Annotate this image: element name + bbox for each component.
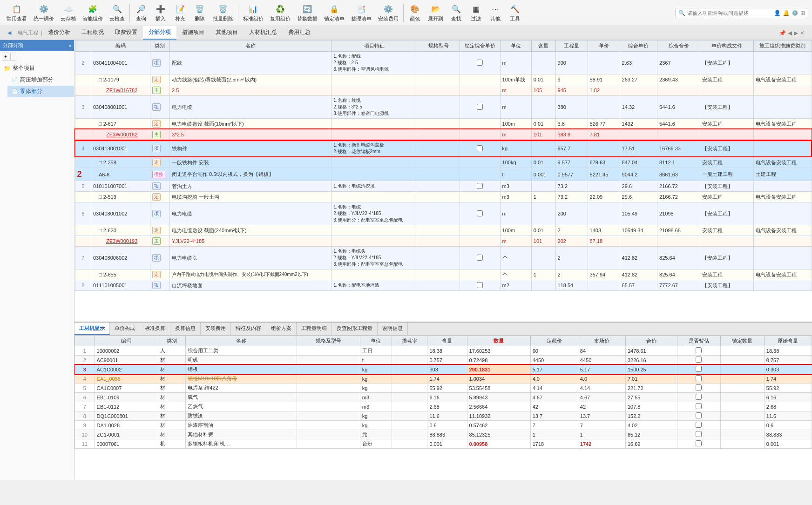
row-spec xyxy=(417,157,460,168)
tab-zuhe[interactable]: 组价方案 xyxy=(266,323,297,335)
tab-biaozhun[interactable]: 标准换算 xyxy=(140,323,170,335)
locked-checkbox[interactable] xyxy=(477,104,483,110)
sidebar-add-btn[interactable]: + xyxy=(2,53,9,61)
anzhuang-label: 安装费用 xyxy=(378,15,399,22)
brow-estimate[interactable] xyxy=(677,384,721,393)
toolbar-btn-anzhuang[interactable]: ⚙️ 安装费用 xyxy=(375,2,401,24)
brow-estimate[interactable] xyxy=(677,421,721,430)
brow-estimate[interactable] xyxy=(677,393,721,402)
nav-renai[interactable]: 人材机汇总 xyxy=(244,26,283,40)
toolbar-btn-yunjiance[interactable]: 🔍 云检查 xyxy=(107,2,128,24)
search-input[interactable] xyxy=(687,10,771,16)
tab-tezheng[interactable]: 特征及内容 xyxy=(231,323,266,335)
toolbar-btn-fuhe[interactable]: ♻️ 复用组价 xyxy=(267,2,293,24)
sidebar-gaoya-label: 高压增加部分 xyxy=(20,76,54,84)
row-name: 户内干路式电力电缆中间头制作、安装(1kV以下截面240mm2以下) xyxy=(170,269,332,280)
locked-checkbox[interactable] xyxy=(477,60,483,66)
brow-estimate[interactable] xyxy=(677,439,721,449)
toolbar-btn-changeyong[interactable]: 📋 常用查看 xyxy=(4,2,30,24)
toolbar-btn-chaxun2[interactable]: 🔍 查找 xyxy=(447,2,466,24)
nav-arrow-left[interactable]: ◀ xyxy=(788,30,792,36)
row-workqty: 945 xyxy=(555,85,588,96)
toolbar-btn-zhengli[interactable]: 📑 整理清单 xyxy=(348,2,374,24)
nav-close[interactable]: ✕ xyxy=(800,30,805,36)
row-code-link[interactable]: ZE3W000193 xyxy=(106,238,137,244)
toolbar-btn-piliang[interactable]: 🗑️ 批量删除 xyxy=(210,2,236,24)
toolbar-btn-charu[interactable]: ➕ 插入 xyxy=(151,2,170,24)
locked-checkbox[interactable] xyxy=(477,210,483,216)
toolbar-btn-tongyi[interactable]: ⚙️ 统一调价 xyxy=(31,2,57,24)
locked-checkbox[interactable] xyxy=(477,255,483,261)
toolbar-btn-jingying[interactable]: 🧩 智能组价 xyxy=(80,2,106,24)
brow-estimate[interactable] xyxy=(677,374,721,384)
row-locked[interactable] xyxy=(460,202,500,225)
toolbar-btn-biaozhun[interactable]: 📊 标准组价 xyxy=(240,2,266,24)
toolbar-btn-buchong[interactable]: 📝 补充 xyxy=(171,2,189,24)
row-locked[interactable] xyxy=(460,140,500,157)
brow-name: 氧气 xyxy=(186,393,297,402)
brow-qty: 0.001 xyxy=(427,439,467,449)
row-locked[interactable] xyxy=(460,181,500,192)
nav-fenbufenxiang[interactable]: 分部分项 xyxy=(143,26,176,40)
row-price xyxy=(588,96,620,119)
brow-name: 多锯板料机床 机… xyxy=(186,439,297,449)
row-subtype xyxy=(754,96,812,119)
nav-zaojia[interactable]: 造价分析 xyxy=(42,26,76,40)
toolbar-btn-guolv[interactable]: ▦ 过滤 xyxy=(467,2,485,24)
brow-market: 1 xyxy=(578,430,625,439)
tab-anzhuang[interactable]: 安装费用 xyxy=(201,323,231,335)
sidebar-all-label: 整个项目 xyxy=(13,64,35,72)
nav-arrow-right[interactable]: ▶ xyxy=(794,30,798,36)
tab-danjiagou[interactable]: 单价构成 xyxy=(110,323,140,335)
row-workqty: 900 xyxy=(555,52,588,74)
row-spec xyxy=(417,85,460,96)
tab-shuoming[interactable]: 说明信息 xyxy=(378,323,408,335)
brow-estimate[interactable] xyxy=(677,430,721,439)
toolbar-btn-yanse[interactable]: 🎨 颜色 xyxy=(406,2,424,24)
row-code: □ 2-620 xyxy=(91,225,150,236)
row-locked[interactable] xyxy=(460,52,500,74)
nav-feiyong[interactable]: 费用汇总 xyxy=(283,26,316,40)
brow-code: 00007061 xyxy=(95,439,158,449)
row-price: 87.18 xyxy=(588,236,620,247)
tab-huansuanxin[interactable]: 换算信息 xyxy=(170,323,201,335)
row-locked[interactable] xyxy=(460,247,500,269)
toolbar-btn-qita[interactable]: ⋯ 其他 xyxy=(486,2,505,24)
brow-spec xyxy=(297,356,360,365)
sidebar-item-all[interactable]: 📁 整个项目 xyxy=(0,62,74,74)
nav-qita[interactable]: 其他项目 xyxy=(210,26,244,40)
row-locked[interactable] xyxy=(460,280,500,291)
nav-qufei[interactable]: 取费设置 xyxy=(109,26,143,40)
brow-estimate[interactable] xyxy=(677,356,721,365)
locked-checkbox[interactable] xyxy=(477,145,483,151)
tab-fanchaxi[interactable]: 反查图形工程量 xyxy=(332,323,378,335)
back-icon[interactable]: ◀ xyxy=(4,27,15,38)
tab-gongchanji[interactable]: 工材机显示 xyxy=(74,323,110,335)
locked-checkbox[interactable] xyxy=(477,282,483,288)
toolbar-btn-yunbeizhi[interactable]: ☁️ 云存档 xyxy=(58,2,79,24)
sep3 xyxy=(403,4,404,22)
nav-gaikuang[interactable]: 工程概况 xyxy=(76,26,109,40)
brow-estimate[interactable] xyxy=(677,402,721,411)
toolbar-btn-tihuan[interactable]: 🔄 替换数据 xyxy=(294,2,320,24)
sidebar-del-btn[interactable]: - xyxy=(10,53,16,61)
tab-gongcheng[interactable]: 工程量明细 xyxy=(297,323,332,335)
row-code-link[interactable]: ZE3W000182 xyxy=(106,132,137,137)
brow-estimate[interactable] xyxy=(677,411,721,421)
toolbar-btn-gongju[interactable]: 🔨 工具 xyxy=(506,2,524,24)
sidebar-item-gaoya[interactable]: 📄 高压增加部分 xyxy=(7,74,74,86)
toolbar-btn-suoding[interactable]: 🔒 锁定清单 xyxy=(321,2,347,24)
col-subtype: 施工组织措施费类别 xyxy=(754,40,812,52)
sidebar-collapse-icon[interactable]: « xyxy=(68,43,71,48)
toolbar-btn-chaxun[interactable]: 🔎 查询 xyxy=(132,2,150,24)
sidebar-item-lingjia[interactable]: 📄 零添部分 xyxy=(7,86,74,97)
row-locked[interactable] xyxy=(460,96,500,119)
locked-checkbox[interactable] xyxy=(477,183,483,189)
brow-estimate[interactable] xyxy=(677,365,721,374)
row-code-link[interactable]: ZE1W016782 xyxy=(106,88,137,93)
toolbar-btn-shanchu[interactable]: 🗑️ 删除 xyxy=(190,2,209,24)
toolbar-btn-zhankai[interactable]: 📂 展开到 xyxy=(425,2,446,24)
brow-estimate[interactable] xyxy=(677,346,721,356)
nav-cuoshi[interactable]: 措施项目 xyxy=(176,26,210,40)
row-qty xyxy=(531,96,555,119)
